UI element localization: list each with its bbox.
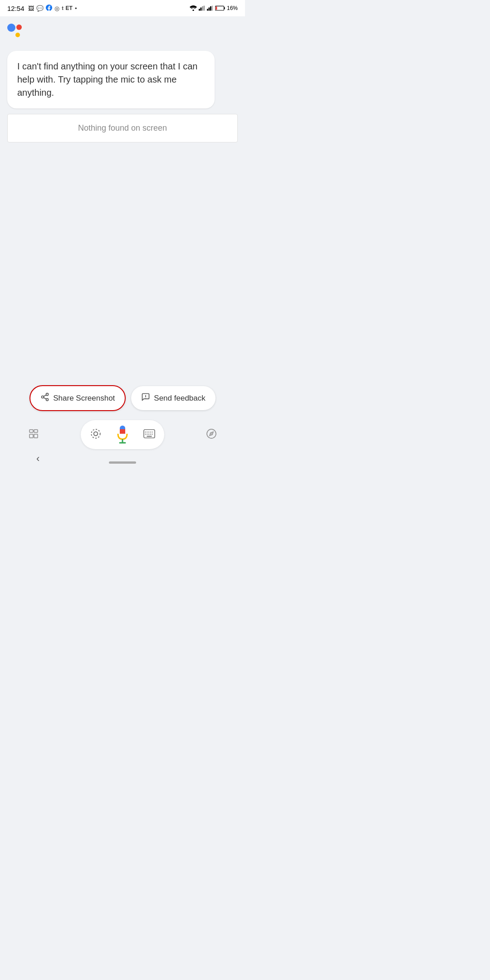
screen-context-label: Nothing found on screen (78, 123, 167, 133)
svg-rect-2 (200, 8, 201, 11)
svg-line-16 (44, 395, 46, 396)
facebook-icon (46, 5, 52, 12)
home-pill (109, 461, 136, 464)
svg-rect-3 (202, 6, 203, 11)
svg-point-0 (192, 10, 194, 11)
share-screenshot-button[interactable]: Share Screenshot (29, 385, 126, 411)
svg-point-23 (94, 431, 98, 436)
assistant-message-bubble: I can't find anything on your screen tha… (7, 51, 215, 108)
lens-icon[interactable] (90, 428, 102, 442)
status-time: 12:54 (7, 5, 24, 12)
svg-line-15 (44, 397, 46, 399)
svg-rect-5 (207, 9, 208, 10)
svg-rect-6 (208, 8, 210, 11)
battery-icon (215, 5, 225, 11)
svg-rect-8 (211, 5, 213, 10)
status-bar: 12:54 🖼 💬 ◎ 𝔱 ET • (0, 0, 245, 16)
keyboard-icon[interactable] (143, 429, 155, 441)
google-logo (7, 24, 27, 44)
assistant-message-text: I can't find anything on your screen tha… (17, 61, 197, 98)
gallery-icon: 🖼 (28, 5, 34, 12)
google-dot-red (16, 24, 22, 30)
signal-icon (199, 5, 205, 11)
svg-rect-21 (29, 434, 33, 438)
nav-center-pill (81, 420, 164, 449)
svg-point-24 (91, 429, 100, 438)
svg-rect-20 (34, 430, 38, 432)
circle-icon: ◎ (54, 5, 59, 12)
battery-percent: 16% (227, 5, 238, 11)
assistant-shortcut-icon[interactable] (28, 428, 39, 441)
svg-rect-22 (34, 434, 38, 438)
wifi-icon (190, 5, 197, 11)
svg-rect-11 (216, 6, 217, 10)
feedback-icon (141, 392, 150, 404)
share-icon (40, 392, 49, 404)
back-button[interactable]: ‹ (36, 453, 39, 465)
send-feedback-button[interactable]: Send feedback (131, 386, 215, 410)
svg-rect-1 (199, 9, 200, 10)
tiktok-icon: 𝔱 (62, 5, 64, 12)
status-bar-right: 16% (190, 5, 238, 11)
status-icons: 🖼 💬 ◎ 𝔱 ET • (28, 5, 77, 12)
compass-icon[interactable] (206, 428, 217, 441)
signal2-icon (207, 5, 213, 11)
status-bar-left: 12:54 🖼 💬 ◎ 𝔱 ET • (7, 5, 77, 12)
screen-context-card: Nothing found on screen (7, 114, 238, 142)
et-icon: ET (66, 5, 73, 11)
share-screenshot-label: Share Screenshot (53, 394, 115, 403)
svg-rect-4 (203, 5, 205, 10)
dot-icon: • (75, 5, 77, 12)
svg-rect-19 (29, 430, 33, 432)
home-indicator-area: ‹ (0, 453, 245, 467)
google-dot-yellow (15, 33, 20, 37)
svg-rect-7 (210, 6, 211, 11)
bottom-nav (0, 416, 245, 453)
svg-rect-26 (120, 429, 125, 434)
message-icon: 💬 (36, 5, 44, 12)
mic-button[interactable] (113, 425, 132, 445)
action-buttons-row: Share Screenshot Send feedback (0, 380, 245, 416)
bottom-section: Share Screenshot Send feedback (0, 380, 245, 467)
svg-rect-10 (224, 7, 225, 10)
send-feedback-label: Send feedback (154, 394, 205, 403)
google-dot-blue (7, 24, 15, 32)
